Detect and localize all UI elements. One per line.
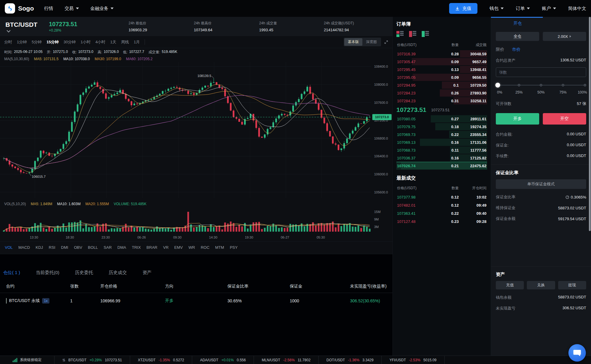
asset-button-兑换[interactable]: 兑换	[527, 281, 555, 289]
stat-label: 24h 最高价	[194, 21, 212, 26]
statusbar-ticker-ADA/USDT[interactable]: ADA/USDT+0.01%0.556	[192, 356, 254, 364]
nav-item-金融业务[interactable]: 金融业务	[90, 6, 114, 11]
statusbar-ticker-DOT/USDT[interactable]: DOT/USDT-1.36%3.3429	[318, 356, 381, 364]
trades-header: 价格(USDT)	[397, 186, 438, 191]
nav-item-订单[interactable]: 订单	[516, 6, 530, 11]
ob-view-both-icon[interactable]	[396, 31, 404, 37]
nav-item-钱包[interactable]: 钱包	[489, 6, 504, 11]
nav-item-行情[interactable]: 行情	[44, 6, 53, 11]
indicator-BOLL[interactable]: BOLL	[88, 245, 98, 250]
positions-tab-资产[interactable]: 资产	[142, 270, 152, 276]
statusbar-ticker-MLN/USDT[interactable]: MLN/USDT-2.56%11.7802	[254, 356, 318, 364]
orderbook-row[interactable]: 107295.450.1313948.41	[396, 66, 487, 73]
orderbook-row[interactable]: 107295.050.099656.55	[396, 73, 487, 81]
orderbook-row[interactable]: 107080.050.2728911.61	[396, 115, 487, 123]
asset-button-充值[interactable]: 充值	[496, 281, 524, 289]
timeframe-15分钟[interactable]: 15分钟	[46, 39, 58, 45]
timeframe-1分钟[interactable]: 1分钟	[17, 39, 27, 45]
left-column: BTC/USDT 107273.51 +0.28% 24h 最低价106903.…	[0, 17, 392, 356]
view-option-深度图[interactable]: 深度图	[362, 38, 380, 46]
view-option-基本版[interactable]: 基本版	[344, 38, 362, 46]
indicator-PSY[interactable]: PSY	[230, 245, 238, 250]
orderbook-row[interactable]: 107294.950.110729.50	[396, 81, 487, 89]
positions-tab-历史委托[interactable]: 历史委托	[75, 270, 93, 276]
margin-mode-button[interactable]: 全仓	[496, 32, 539, 41]
indicator-DMI[interactable]: DMI	[61, 245, 68, 250]
candlestick-chart[interactable]: 108400.0108000.0107600.0107200.0106800.0…	[0, 62, 392, 200]
positions-tab-历史成交[interactable]: 历史成交	[109, 270, 127, 276]
timeframe-5分钟[interactable]: 5分钟	[32, 39, 42, 45]
expand-icon[interactable]	[384, 40, 388, 44]
statusbar-tickers: BTC/USDT+0.28%107273.51XTZ/USDT-1.35%0.5…	[54, 356, 445, 364]
orderbook-row[interactable]: 107036.370.1617125.82	[396, 154, 487, 162]
nav-item-账户[interactable]: 账户	[542, 6, 556, 11]
trade-price: 107482.01	[397, 203, 438, 208]
indicator-EMV[interactable]: EMV	[174, 245, 183, 250]
orderbook-row[interactable]: 107284.230.2627893.90	[396, 89, 487, 97]
open-short-button[interactable]: 开空	[543, 113, 586, 125]
timeframe-1月[interactable]: 1月	[134, 39, 140, 45]
orderbook-row[interactable]: 107026.740.2122475.62	[396, 162, 487, 170]
orderbook-row[interactable]: 107069.130.1617131.06	[396, 138, 487, 146]
pair-selector[interactable]: BTC/USDT	[5, 21, 37, 32]
orderbook-row[interactable]: 107316.390.2830048.59	[396, 50, 487, 58]
timeframe-周线[interactable]: 周线	[121, 39, 129, 45]
brand[interactable]: Sogo	[5, 3, 34, 14]
orderbook-last-price[interactable]: 107273.51	[396, 106, 426, 113]
ohlc-item: 高:107326.0	[98, 50, 119, 55]
orderbook-row[interactable]: 107079.750.1819274.35	[396, 123, 487, 131]
indicator-RSI[interactable]: RSI	[49, 245, 55, 250]
nav-item-简体中文[interactable]: 简体中文	[568, 6, 586, 11]
timeframe-30分钟[interactable]: 30分钟	[64, 39, 76, 45]
deposit-button[interactable]: 充值	[449, 3, 477, 14]
chat-widget-button[interactable]	[568, 344, 586, 362]
indicator-ROC[interactable]: ROC	[201, 245, 209, 250]
positions-tab-仓位( 1 )[interactable]: 仓位( 1 )	[3, 270, 20, 276]
indicator-BRAR[interactable]: BRAR	[146, 245, 157, 250]
x-axis-label: 05:30	[317, 236, 325, 239]
timeframe-1天[interactable]: 1天	[110, 39, 116, 45]
indicator-KDJ[interactable]: KDJ	[36, 245, 43, 250]
open-long-button[interactable]: 开多	[496, 113, 539, 125]
indicator-MTM[interactable]: MTM	[215, 245, 224, 250]
tab-open-position[interactable]: 开仓	[496, 17, 539, 29]
orderbook-mark-price: 107273.51	[431, 108, 449, 112]
orderbook-row[interactable]: 107305.470.099657.49	[396, 58, 487, 66]
indicator-VR[interactable]: VR	[163, 245, 168, 250]
leverage-button[interactable]: 2.00X	[543, 32, 586, 41]
indicator-SAR[interactable]: SAR	[104, 245, 112, 250]
indicator-VOL[interactable]: VOL	[5, 245, 13, 250]
orderbook-row[interactable]: 107069.730.2223555.34	[396, 131, 487, 138]
ob-view-bids-icon[interactable]	[422, 31, 429, 37]
order-type-限价[interactable]: 限价	[496, 47, 504, 52]
timeframe-4小时[interactable]: 4小时	[95, 39, 105, 45]
single-coin-margin-button[interactable]: 单币保证金模式	[496, 179, 586, 189]
nav-item-交易[interactable]: 交易	[65, 6, 79, 11]
svg-text:15M: 15M	[374, 210, 380, 214]
quantity-input[interactable]	[496, 67, 586, 77]
statusbar-ticker-YFI/USDT[interactable]: YFI/USDT-2.53%5015.09	[381, 356, 445, 364]
orderbook-row[interactable]: 107284.230.3133258.11	[396, 97, 487, 105]
indicator-OBV[interactable]: OBV	[74, 245, 82, 250]
indicator-MACD[interactable]: MACD	[18, 245, 30, 250]
statusbar-ticker-XTZ/USDT[interactable]: XTZ/USDT-1.35%0.5272	[130, 356, 192, 364]
amount-slider[interactable]	[497, 83, 585, 87]
indicator-DMA[interactable]: DMA	[117, 245, 126, 250]
orderbook-row[interactable]: 107068.730.1111777.56	[396, 146, 487, 154]
trade-qty: 0.12	[438, 195, 459, 199]
indicator-WR[interactable]: WR	[189, 245, 195, 250]
ob-price: 107068.73	[397, 148, 438, 153]
ob-view-asks-icon[interactable]	[409, 31, 416, 37]
volume-chart[interactable]: 15M9M3M	[0, 208, 392, 234]
positions-tab-当前委托(0)[interactable]: 当前委托(0)	[36, 270, 59, 276]
brand-name: Sogo	[18, 5, 34, 12]
order-type-市价[interactable]: 市价	[512, 47, 521, 52]
asset-button-提现[interactable]: 提现	[558, 281, 586, 289]
indicator-TRIX[interactable]: TRIX	[132, 245, 141, 250]
slider-knob[interactable]	[495, 83, 500, 88]
timeframe-1小时[interactable]: 1小时	[80, 39, 90, 45]
svg-text:106015.7: 106015.7	[32, 175, 45, 178]
statusbar-ticker-BTC/USDT[interactable]: BTC/USDT+0.28%107273.51	[54, 356, 130, 364]
timeframe-分时[interactable]: 分时	[4, 39, 12, 45]
scrollbar[interactable]	[589, 17, 591, 231]
